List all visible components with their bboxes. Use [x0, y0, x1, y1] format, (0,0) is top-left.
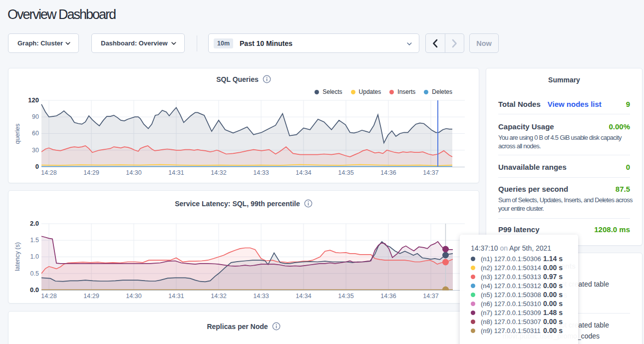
- svg-text:1.0: 1.0: [30, 253, 39, 260]
- svg-text:0: 0: [35, 163, 39, 170]
- svg-text:14:33: 14:33: [253, 169, 269, 176]
- svg-text:14:35: 14:35: [338, 169, 353, 176]
- svg-text:14:36: 14:36: [380, 169, 396, 176]
- svg-text:1.5: 1.5: [30, 237, 39, 244]
- svg-text:14:37: 14:37: [423, 169, 438, 176]
- svg-text:14:30: 14:30: [126, 293, 141, 300]
- svg-text:14:32: 14:32: [211, 169, 226, 176]
- svg-text:14:28: 14:28: [41, 293, 56, 300]
- svg-text:0.5: 0.5: [30, 270, 39, 277]
- svg-text:14:29: 14:29: [83, 293, 99, 300]
- svg-text:30: 30: [32, 147, 39, 154]
- svg-text:2.0: 2.0: [30, 220, 39, 227]
- svg-text:14:37: 14:37: [423, 293, 438, 300]
- svg-text:60: 60: [32, 130, 39, 137]
- svg-text:14:34: 14:34: [296, 169, 311, 176]
- svg-text:0.0: 0.0: [30, 286, 39, 294]
- svg-text:14:28: 14:28: [41, 169, 56, 176]
- svg-text:120: 120: [28, 96, 39, 104]
- svg-text:queries: queries: [14, 124, 21, 144]
- svg-text:14:33: 14:33: [253, 293, 269, 300]
- svg-text:14:35: 14:35: [338, 293, 353, 300]
- svg-text:14:31: 14:31: [168, 169, 184, 176]
- svg-text:14:29: 14:29: [83, 169, 99, 176]
- svg-text:90: 90: [32, 113, 39, 120]
- svg-text:14:36: 14:36: [380, 293, 396, 300]
- svg-text:14:30: 14:30: [126, 169, 141, 176]
- svg-text:14:31: 14:31: [168, 293, 184, 300]
- svg-text:latency (s): latency (s): [14, 242, 21, 271]
- svg-text:14:32: 14:32: [211, 293, 226, 300]
- svg-text:14:34: 14:34: [296, 293, 311, 300]
